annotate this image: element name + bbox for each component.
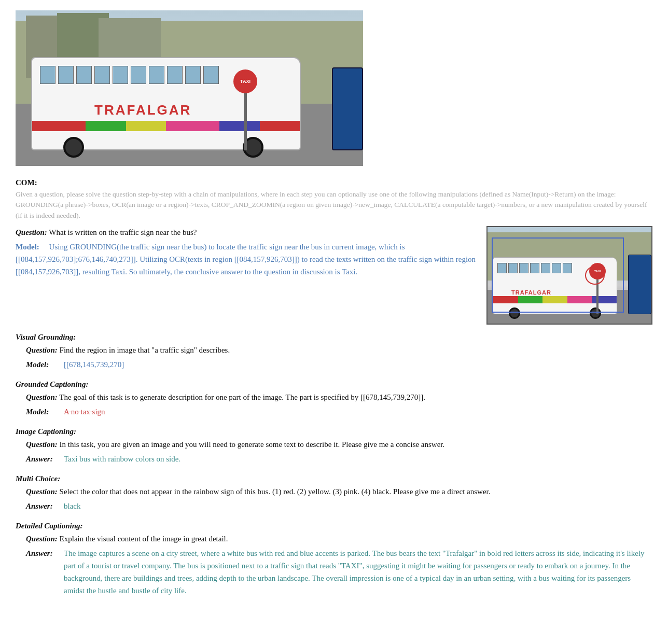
vg-model-label: Model: xyxy=(26,358,60,371)
grounded-captioning-qa: Question: The goal of this task is to ge… xyxy=(26,391,652,418)
com-description: Given a question, please solve the quest… xyxy=(16,189,652,221)
gc-model-line: Model: A no tax sign xyxy=(26,405,652,418)
mc-question-line: Question: Select the color that does not… xyxy=(26,485,652,498)
gc-question-label: Question: xyxy=(26,393,58,401)
dc-question-text: Explain the visual content of the image … xyxy=(60,535,228,543)
detailed-captioning-qa: Question: Explain the visual content of … xyxy=(26,533,652,597)
ic-answer-text: Taxi bus with rainbow colors on side. xyxy=(64,453,180,465)
vg-model-line: Model: [[678,145,739,270] xyxy=(26,358,652,371)
vg-question-line: Question: Find the region in image that … xyxy=(26,344,652,356)
com-question-text: What is written on the traffic sign near… xyxy=(49,228,197,236)
ic-question-line: Question: In this task, you are given an… xyxy=(26,438,652,451)
com-question-label: Question: xyxy=(16,228,47,236)
gc-model-label: Model: xyxy=(26,405,60,418)
detailed-captioning-section: Detailed Captioning: Question: Explain t… xyxy=(16,522,652,597)
main-image: TRAFALGAR TAXI xyxy=(16,10,363,166)
mc-answer-line: Answer: black xyxy=(26,500,652,512)
grounded-captioning-section: Grounded Captioning: Question: The goal … xyxy=(16,380,652,418)
mc-answer-label: Answer: xyxy=(26,500,60,512)
com-question-line: Question: What is written on the traffic… xyxy=(16,226,476,239)
vg-question-label: Question: xyxy=(26,346,58,354)
mc-question-text: Select the color that does not appear in… xyxy=(60,487,491,496)
dc-question-label: Question: xyxy=(26,535,58,543)
gc-question-line: Question: The goal of this task is to ge… xyxy=(26,391,652,403)
gc-question-text: The goal of this task is to generate des… xyxy=(59,393,425,401)
image-captioning-section: Image Captioning: Question: In this task… xyxy=(16,427,652,465)
gc-model-text: A no tax sign xyxy=(64,405,105,418)
dc-answer-line: Answer: The image captures a scene on a … xyxy=(26,547,652,597)
main-image-section: TRAFALGAR TAXI xyxy=(16,10,652,166)
multi-choice-qa: Question: Select the color that does not… xyxy=(26,485,652,512)
com-section: COM: Given a question, please solve the … xyxy=(16,178,652,325)
com-title: COM: xyxy=(16,178,652,187)
thumbnail-image: TRAFALGAR TAXI xyxy=(488,227,651,324)
dc-answer-label: Answer: xyxy=(26,547,60,597)
mc-question-label: Question: xyxy=(26,487,58,496)
multi-choice-title: Multi Choice: xyxy=(16,474,652,483)
com-thumbnail: TRAFALGAR TAXI xyxy=(486,226,652,325)
com-model-text: Using GROUNDING(the traffic sign near th… xyxy=(16,243,476,276)
image-captioning-qa: Question: In this task, you are given an… xyxy=(26,438,652,465)
vg-model-text: [[678,145,739,270] xyxy=(64,358,124,371)
visual-grounding-section: Visual Grounding: Question: Find the reg… xyxy=(16,333,652,371)
mc-answer-text: black xyxy=(64,500,80,512)
com-qa-row: Question: What is written on the traffic… xyxy=(16,226,652,325)
ic-question-text: In this task, you are given an image and… xyxy=(60,440,445,449)
image-captioning-title: Image Captioning: xyxy=(16,427,652,436)
visual-grounding-title: Visual Grounding: xyxy=(16,333,652,342)
visual-grounding-qa: Question: Find the region in image that … xyxy=(26,344,652,371)
ic-answer-line: Answer: Taxi bus with rainbow colors on … xyxy=(26,453,652,465)
com-model-label: Model: xyxy=(16,243,39,251)
dc-answer-text: The image captures a scene on a city str… xyxy=(64,547,652,597)
com-model-line: Model: Using GROUNDING(the traffic sign … xyxy=(16,241,476,278)
com-text-block: Question: What is written on the traffic… xyxy=(16,226,476,280)
detailed-captioning-title: Detailed Captioning: xyxy=(16,522,652,530)
ic-answer-label: Answer: xyxy=(26,453,60,465)
multi-choice-section: Multi Choice: Question: Select the color… xyxy=(16,474,652,512)
vg-question-text: Find the region in image that "a traffic… xyxy=(60,346,230,354)
grounded-captioning-title: Grounded Captioning: xyxy=(16,380,652,389)
dc-question-line: Question: Explain the visual content of … xyxy=(26,533,652,545)
ic-question-label: Question: xyxy=(26,440,58,449)
